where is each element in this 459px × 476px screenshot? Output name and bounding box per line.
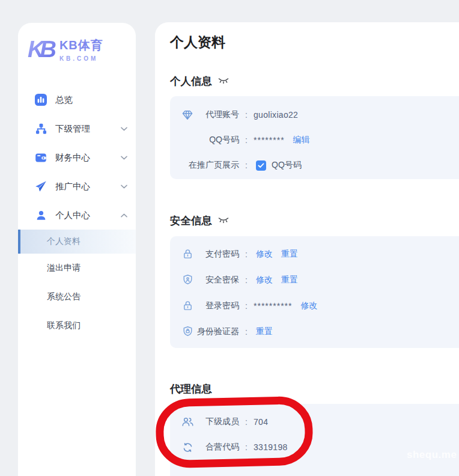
field-label: 身份验证器 [193,326,239,337]
modify-link[interactable]: 修改 [256,275,273,285]
checkbox-label: QQ号码 [272,160,302,171]
lock-icon [181,300,193,312]
login-password-row: 登录密码 : ********** 修改 [170,293,459,319]
finance-icon [35,151,47,163]
chevron-up-icon [121,213,127,218]
watermark: shequ.me [407,449,457,461]
subordinate-members-row: 下级成员 : 704 [170,409,459,435]
sidebar-menu: 总览 下级管理 财务中心 [18,85,136,340]
colon: : [239,160,254,170]
eye-closed-icon[interactable] [218,217,229,224]
modify-link[interactable]: 修改 [256,249,273,260]
sidebar-item-personal-center[interactable]: 个人中心 [18,201,136,230]
logo-subtitle: KB.COM [59,55,103,62]
personal-info-card: 代理账号 : guolixiao22 QQ号码 : ******** 编辑 在推… [170,96,459,179]
kb-logo-monogram: KB [28,36,58,63]
agent-account-row: 代理账号 : guolixiao22 [170,102,459,127]
field-label: 代理账号 [193,109,239,120]
chevron-down-icon [121,156,127,160]
subordinates-icon [35,123,47,135]
sidebar-subitem-label: 系统公告 [47,291,81,302]
logo-title: KB体育 [59,37,103,53]
reset-link[interactable]: 重置 [256,326,273,337]
chevron-down-icon [121,127,127,131]
main-panel: 个人资料 个人信息 代理账号 : guolixiao22 QQ号码 : ****… [155,22,459,476]
colon: : [239,417,254,427]
sidebar-item-label: 财务中心 [55,152,121,163]
sidebar-subitem-label: 个人资料 [47,236,81,247]
reset-link[interactable]: 重置 [281,275,298,285]
field-label: 下级成员 [193,416,239,427]
members-icon [181,416,193,428]
overview-icon [35,94,47,106]
colon: : [239,301,254,311]
subordinate-members-value: 704 [254,417,268,427]
sync-icon [181,441,193,453]
app-window: KB KB体育 KB.COM 总览 下级管理 [0,0,459,476]
colon: : [239,110,254,120]
authenticator-row: 身份验证器 : 重置 [170,319,459,344]
sidebar-item-promotion[interactable]: 推广中心 [18,172,136,201]
logo: KB KB体育 KB.COM [18,23,136,63]
gem-icon [181,109,193,121]
field-label: 支付密码 [193,249,239,260]
section-heading: 个人信息 [170,73,212,89]
sidebar-item-label: 总览 [55,94,127,106]
agent-info-section-header: 代理信息 [170,381,459,397]
sidebar-item-finance[interactable]: 财务中心 [18,143,136,172]
icon-placeholder [181,134,193,146]
security-info-section-header: 安全信息 [170,213,459,228]
colon: : [239,135,254,145]
field-label: 登录密码 [193,301,239,311]
security-info-card: 支付密码 : 修改 重置 安全密保 : 修改 重置 登录密码 : * [170,236,459,348]
sidebar-item-label: 个人中心 [55,210,121,221]
edit-link[interactable]: 编辑 [293,135,310,145]
reset-link[interactable]: 重置 [281,249,298,260]
qq-number-row: QQ号码 : ******** 编辑 [170,127,459,153]
modify-link[interactable]: 修改 [300,301,317,311]
qq-number-masked-value: ******** [254,135,285,145]
field-label: 在推广页展示 [193,160,239,171]
sidebar-item-label: 推广中心 [55,181,121,192]
promotion-icon [35,180,47,192]
sidebar-item-overview[interactable]: 总览 [18,85,136,114]
sidebar-subitem-label: 联系我们 [47,320,81,331]
lock-icon [181,248,193,260]
section-heading: 安全信息 [170,213,212,228]
field-label: 合营代码 [193,442,239,453]
sidebar-subitem-contact-us[interactable]: 联系我们 [18,311,136,340]
field-label: QQ号码 [193,135,239,145]
shield-icon [181,274,193,286]
sidebar-subitem-label: 溢出申请 [47,263,81,273]
sidebar-subitem-system-announcements[interactable]: 系统公告 [18,282,136,311]
colon: : [239,327,254,337]
colon: : [239,275,254,285]
eye-closed-icon[interactable] [218,78,229,85]
personal-info-section-header: 个人信息 [170,73,459,89]
sidebar: KB KB体育 KB.COM 总览 下级管理 [18,23,136,476]
section-heading: 代理信息 [170,381,212,397]
colon: : [239,442,254,452]
sidebar-subitem-profile-active[interactable]: 个人资料 [18,230,136,254]
agent-account-value: guolixiao22 [254,110,298,120]
sidebar-subitem-overflow-request[interactable]: 溢出申请 [18,254,136,282]
page-title: 个人资料 [170,32,459,52]
security-question-row: 安全密保 : 修改 重置 [170,267,459,293]
colon: : [239,249,254,259]
promo-page-display-row: 在推广页展示 : QQ号码 [170,153,459,178]
sidebar-item-subordinates[interactable]: 下级管理 [18,114,136,143]
shield-lock-icon [181,326,193,338]
agent-info-card: 下级成员 : 704 合营代码 : 3319198 [170,404,459,476]
chevron-down-icon [121,185,127,189]
payment-password-row: 支付密码 : 修改 重置 [170,241,459,267]
field-label: 安全密保 [193,275,239,285]
login-password-masked-value: ********** [254,301,292,311]
logo-text: KB体育 KB.COM [59,37,103,62]
profile-icon [35,209,47,221]
sidebar-item-label: 下级管理 [55,123,121,135]
affiliate-code-value: 3319198 [254,442,288,452]
qq-display-checkbox[interactable] [256,160,266,171]
